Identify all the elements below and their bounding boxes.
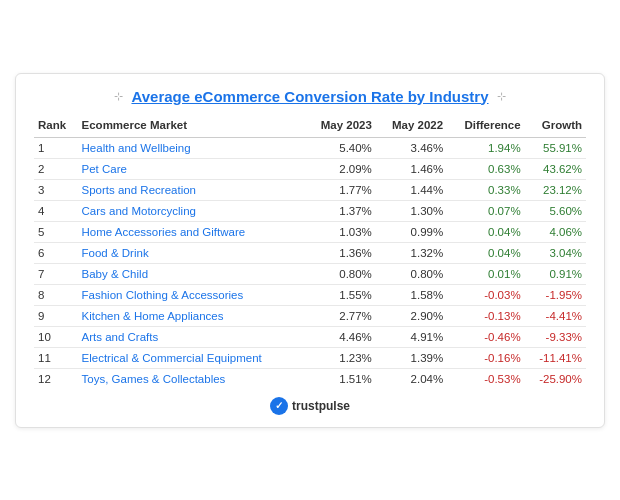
cell-may2022: 1.46% <box>376 158 447 179</box>
cell-market[interactable]: Arts and Crafts <box>78 326 305 347</box>
cell-growth: 4.06% <box>525 221 586 242</box>
table-row: 4Cars and Motorcycling1.37%1.30%0.07%5.6… <box>34 200 586 221</box>
header-row: Rank Ecommerce Market May 2023 May 2022 … <box>34 115 586 138</box>
cell-growth: -9.33% <box>525 326 586 347</box>
cell-diff: 0.04% <box>447 242 524 263</box>
cell-rank: 3 <box>34 179 78 200</box>
cell-market[interactable]: Home Accessories and Giftware <box>78 221 305 242</box>
page-title: Average eCommerce Conversion Rate by Ind… <box>131 88 488 105</box>
cell-rank: 11 <box>34 347 78 368</box>
cell-growth: -4.41% <box>525 305 586 326</box>
table-row: 10Arts and Crafts4.46%4.91%-0.46%-9.33% <box>34 326 586 347</box>
cell-market[interactable]: Electrical & Commercial Equipment <box>78 347 305 368</box>
table-row: 8Fashion Clothing & Accessories1.55%1.58… <box>34 284 586 305</box>
cell-diff: 1.94% <box>447 137 524 158</box>
footer: ✓ trustpulse <box>34 397 586 415</box>
cell-diff: -0.13% <box>447 305 524 326</box>
trustpulse-brand: ✓ trustpulse <box>270 397 350 415</box>
table-row: 6Food & Drink1.36%1.32%0.04%3.04% <box>34 242 586 263</box>
cell-diff: 0.33% <box>447 179 524 200</box>
col-may2023: May 2023 <box>305 115 376 138</box>
cell-may2023: 5.40% <box>305 137 376 158</box>
col-rank: Rank <box>34 115 78 138</box>
cell-may2022: 1.32% <box>376 242 447 263</box>
table-row: 12Toys, Games & Collectables1.51%2.04%-0… <box>34 368 586 389</box>
col-growth: Growth <box>525 115 586 138</box>
cell-rank: 4 <box>34 200 78 221</box>
cell-market[interactable]: Baby & Child <box>78 263 305 284</box>
cell-market[interactable]: Fashion Clothing & Accessories <box>78 284 305 305</box>
cell-growth: -11.41% <box>525 347 586 368</box>
cell-rank: 9 <box>34 305 78 326</box>
table-body: 1Health and Wellbeing5.40%3.46%1.94%55.9… <box>34 137 586 389</box>
table-row: 1Health and Wellbeing5.40%3.46%1.94%55.9… <box>34 137 586 158</box>
conversion-table: Rank Ecommerce Market May 2023 May 2022 … <box>34 115 586 389</box>
deco-left: ⊹ <box>114 90 123 103</box>
table-header: Rank Ecommerce Market May 2023 May 2022 … <box>34 115 586 138</box>
trustpulse-icon: ✓ <box>270 397 288 415</box>
cell-may2022: 2.04% <box>376 368 447 389</box>
cell-market[interactable]: Pet Care <box>78 158 305 179</box>
cell-rank: 2 <box>34 158 78 179</box>
cell-growth: 43.62% <box>525 158 586 179</box>
cell-rank: 6 <box>34 242 78 263</box>
table-row: 5Home Accessories and Giftware1.03%0.99%… <box>34 221 586 242</box>
cell-diff: -0.53% <box>447 368 524 389</box>
cell-growth: 0.91% <box>525 263 586 284</box>
cell-may2023: 2.09% <box>305 158 376 179</box>
table-row: 7Baby & Child0.80%0.80%0.01%0.91% <box>34 263 586 284</box>
cell-may2023: 1.36% <box>305 242 376 263</box>
cell-growth: 23.12% <box>525 179 586 200</box>
title-row: ⊹ Average eCommerce Conversion Rate by I… <box>34 88 586 105</box>
cell-growth: 3.04% <box>525 242 586 263</box>
cell-rank: 5 <box>34 221 78 242</box>
cell-market[interactable]: Health and Wellbeing <box>78 137 305 158</box>
cell-may2023: 1.03% <box>305 221 376 242</box>
table-row: 11Electrical & Commercial Equipment1.23%… <box>34 347 586 368</box>
cell-growth: 5.60% <box>525 200 586 221</box>
cell-may2022: 1.58% <box>376 284 447 305</box>
cell-may2022: 4.91% <box>376 326 447 347</box>
cell-rank: 12 <box>34 368 78 389</box>
cell-may2022: 1.30% <box>376 200 447 221</box>
cell-market[interactable]: Food & Drink <box>78 242 305 263</box>
cell-diff: 0.63% <box>447 158 524 179</box>
cell-may2023: 0.80% <box>305 263 376 284</box>
cell-market[interactable]: Kitchen & Home Appliances <box>78 305 305 326</box>
cell-may2023: 4.46% <box>305 326 376 347</box>
table-row: 9Kitchen & Home Appliances2.77%2.90%-0.1… <box>34 305 586 326</box>
cell-market[interactable]: Toys, Games & Collectables <box>78 368 305 389</box>
cell-may2023: 1.77% <box>305 179 376 200</box>
cell-diff: 0.07% <box>447 200 524 221</box>
table-row: 2Pet Care2.09%1.46%0.63%43.62% <box>34 158 586 179</box>
cell-may2022: 2.90% <box>376 305 447 326</box>
col-market: Ecommerce Market <box>78 115 305 138</box>
cell-rank: 7 <box>34 263 78 284</box>
cell-market[interactable]: Sports and Recreation <box>78 179 305 200</box>
cell-diff: 0.04% <box>447 221 524 242</box>
brand-name: trustpulse <box>292 399 350 413</box>
cell-growth: -25.90% <box>525 368 586 389</box>
cell-may2022: 0.99% <box>376 221 447 242</box>
cell-growth: 55.91% <box>525 137 586 158</box>
cell-may2022: 1.39% <box>376 347 447 368</box>
cell-diff: -0.03% <box>447 284 524 305</box>
main-card: ⊹ Average eCommerce Conversion Rate by I… <box>15 73 605 428</box>
cell-rank: 10 <box>34 326 78 347</box>
cell-diff: -0.46% <box>447 326 524 347</box>
cell-may2023: 1.51% <box>305 368 376 389</box>
cell-diff: 0.01% <box>447 263 524 284</box>
cell-diff: -0.16% <box>447 347 524 368</box>
cell-may2023: 2.77% <box>305 305 376 326</box>
table-row: 3Sports and Recreation1.77%1.44%0.33%23.… <box>34 179 586 200</box>
cell-growth: -1.95% <box>525 284 586 305</box>
cell-may2022: 0.80% <box>376 263 447 284</box>
cell-rank: 1 <box>34 137 78 158</box>
cell-may2023: 1.23% <box>305 347 376 368</box>
col-may2022: May 2022 <box>376 115 447 138</box>
cell-may2022: 3.46% <box>376 137 447 158</box>
deco-right: ⊹ <box>497 90 506 103</box>
cell-may2023: 1.55% <box>305 284 376 305</box>
cell-rank: 8 <box>34 284 78 305</box>
cell-market[interactable]: Cars and Motorcycling <box>78 200 305 221</box>
